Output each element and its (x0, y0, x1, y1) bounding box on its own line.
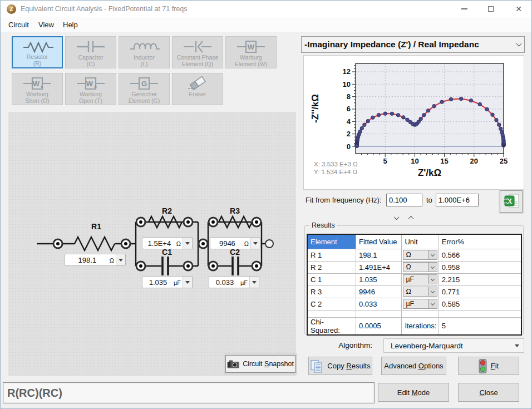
app-window: Z Equivalent Circuit Analysis - FixedPot… (0, 0, 532, 409)
chevron-down-icon (431, 301, 435, 305)
value-r2[interactable]: 1.5E+4 Ω (142, 237, 193, 249)
chevron-down-icon (431, 277, 435, 280)
value-r2-dropdown[interactable] (183, 238, 192, 249)
value-c1-dropdown[interactable] (183, 277, 192, 288)
menu-view[interactable]: View (35, 19, 57, 30)
chevron-down-icon (185, 242, 190, 245)
menu-help[interactable]: Help (60, 19, 81, 30)
plot-type-select[interactable]: -Imaginary Impedance (Z') / Real Impedan… (301, 36, 525, 53)
algorithm-label: Algorithm: (301, 341, 372, 349)
value-c2-dropdown[interactable] (249, 277, 259, 288)
chi-squared-value: 0.0005 (356, 317, 401, 335)
toolbar-row-1: Resistor(R) Capacitor(C) Inductor(L) Con… (12, 36, 277, 68)
chevron-down-icon (431, 252, 435, 256)
minimize-button[interactable] (451, 1, 477, 17)
tool-warburg-element[interactable]: W WarburgElement (W) (225, 36, 277, 68)
algorithm-select[interactable]: Levenberg-Marquardt (383, 338, 524, 353)
maximize-button[interactable] (478, 1, 504, 17)
value-r1[interactable]: 198.1 Ω (65, 254, 126, 266)
traffic-light-icon (479, 359, 487, 373)
resistor-r2-symbol (149, 216, 182, 228)
edit-mode-button[interactable]: Edit Mode (378, 383, 449, 402)
label-r3: R3 (230, 206, 240, 215)
chevron-down-icon (393, 214, 399, 220)
collapse-down-button[interactable] (390, 214, 402, 221)
tool-capacitor[interactable]: Capacitor(C) (65, 36, 116, 68)
table-row[interactable]: R 21.491E+4 Ω 0.958 (307, 261, 521, 273)
circuit-formula[interactable]: R(RC)(RC) (3, 382, 375, 403)
fit-button[interactable]: Fit (458, 357, 519, 375)
col-error[interactable]: Error% (439, 234, 521, 249)
resistor-r1-symbol (75, 237, 115, 250)
value-r1-dropdown[interactable] (116, 254, 125, 265)
value-c1[interactable]: 1.035 µF (142, 276, 193, 288)
unit-combo[interactable]: Ω (403, 262, 437, 272)
camera-icon (227, 360, 239, 368)
fit-from-input[interactable] (386, 194, 422, 206)
svg-text:W: W (86, 80, 93, 88)
svg-text:Z'/kΩ: Z'/kΩ (418, 167, 441, 178)
tool-eraser[interactable]: Eraser (172, 73, 223, 105)
col-unit[interactable]: Unit (402, 234, 439, 249)
window-title: Equivalent Circuit Analysis - FixedPoten… (21, 5, 187, 13)
circuit-snapshot-button[interactable]: Circuit Snapshot (225, 355, 295, 373)
col-fitted-value[interactable]: Fitted Value (356, 234, 401, 249)
svg-text:2: 2 (347, 130, 351, 138)
unit-combo[interactable]: Ω (403, 250, 437, 260)
advanced-options-button[interactable]: Advanced Options (381, 357, 446, 375)
table-row[interactable]: C 11.035 µF 2.215 (307, 273, 521, 285)
unit-combo[interactable]: µF (403, 299, 437, 309)
col-element[interactable]: Element (307, 234, 356, 249)
results-footer-row: Chi-Squared: 0.0005 Iterations: 5 (307, 317, 521, 335)
chevron-down-icon (185, 281, 190, 284)
export-excel-button[interactable]: X (500, 190, 523, 213)
svg-text:o: o (94, 84, 97, 89)
tool-warburg-open[interactable]: W o WarburgOpen (T) (65, 73, 116, 105)
copy-icon (310, 359, 323, 373)
collapse-up-button[interactable] (405, 214, 417, 221)
fit-to-input[interactable] (436, 194, 479, 206)
svg-text:10: 10 (411, 157, 418, 165)
capacitor-c2-symbol (233, 257, 238, 275)
unit-combo[interactable]: Ω (403, 287, 437, 297)
value-r3[interactable]: 9946 Ω (210, 237, 260, 249)
capacitor-c1-symbol (162, 257, 168, 275)
cursor-readout: X: 3.533 E+3 Ω Y: 1.534 E+4 Ω (314, 160, 358, 176)
table-row[interactable]: R 1198.1 Ω 0.566 (307, 249, 521, 261)
value-c2[interactable]: 0.033 µF (209, 276, 259, 288)
resistor-icon (21, 40, 53, 53)
app-icon: Z (7, 4, 16, 14)
tool-warburg-short[interactable]: W s WarburgShort (O) (12, 73, 63, 105)
chevron-down-icon (516, 41, 522, 46)
cpe-icon (181, 40, 214, 54)
tool-constant-phase-element[interactable]: Constant PhaseElement (Q) (172, 36, 223, 68)
table-row[interactable]: R 39946 Ω 0.771 (307, 285, 521, 298)
tool-resistor[interactable]: Resistor(R) (12, 36, 63, 68)
circuit-canvas[interactable]: R1 R2 C1 R3 C2 198.1 Ω 1.5E+4 Ω 1.035 µF… (8, 112, 296, 376)
fit-range-label: Fit from frequency (Hz): (306, 196, 382, 204)
open-terminal (265, 240, 273, 248)
results-group-label: Results (309, 221, 337, 229)
iterations-value: 5 (439, 317, 521, 335)
close-window-button[interactable]: ✕ (506, 1, 531, 17)
tool-gerischer-element[interactable]: G GerischerElement (G) (119, 73, 170, 105)
chevron-down-icon (431, 289, 435, 293)
svg-text:-Z''/kΩ: -Z''/kΩ (310, 94, 321, 123)
excel-icon: X (503, 193, 520, 210)
results-table: Element Fitted Value Unit Error% R 1198.… (307, 234, 522, 336)
table-row-empty[interactable] (307, 310, 521, 317)
svg-text:6: 6 (347, 105, 351, 113)
value-r3-dropdown[interactable] (250, 238, 260, 249)
unit-combo[interactable]: µF (403, 274, 437, 284)
results-group: Results Element Fitted Value Unit Error%… (304, 225, 524, 334)
copy-results-button[interactable]: Copy Results (308, 357, 372, 375)
table-row[interactable]: C 20.033 µF 0.585 (307, 298, 521, 310)
svg-text:4: 4 (347, 117, 351, 126)
tool-inductor[interactable]: Inductor(L) (119, 36, 170, 68)
menu-circuit[interactable]: Circuit (5, 19, 32, 30)
inductor-icon (128, 40, 160, 54)
chevron-down-icon (431, 264, 435, 268)
chevron-down-icon (119, 259, 123, 262)
impedance-chart[interactable]: 510152025024681012Z'/kΩ-Z''/kΩ X: 3.533 … (303, 55, 524, 190)
close-button[interactable]: Close (458, 383, 519, 402)
